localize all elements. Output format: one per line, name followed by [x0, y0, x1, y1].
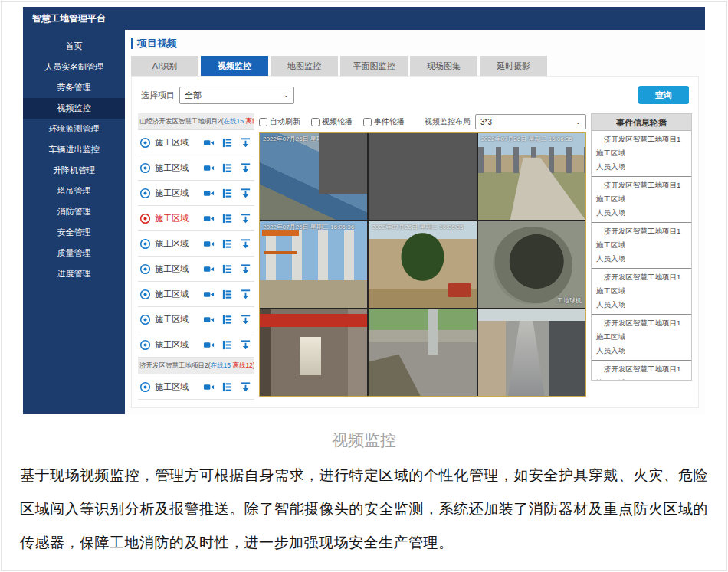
sidebar-item-11[interactable]: 进度管理 — [23, 263, 125, 284]
event-item[interactable]: 济开发区智慧工地项目1施工区域人员入场 — [592, 177, 691, 223]
tab-4[interactable]: 现场图集 — [410, 56, 477, 76]
download-icon[interactable] — [240, 381, 251, 393]
sidebar-item-1[interactable]: 人员实名制管理 — [23, 57, 125, 77]
sidebar-item-2[interactable]: 劳务管理 — [23, 77, 125, 98]
camera-list-panel: 山经济开发区智慧工地项目2(在线15 离线12)施工区域施工区域施工区域施工区域… — [138, 113, 254, 400]
video-cell-4[interactable]: 2022年07月26日 星期二 16:06:35 — [369, 221, 476, 308]
download-icon[interactable] — [240, 314, 251, 325]
carousel-checkbox-1[interactable]: 视频轮播 — [311, 116, 353, 127]
playback-control-icon[interactable] — [221, 381, 233, 393]
carousel-checkbox-0[interactable]: 自动刷新 — [259, 116, 300, 127]
download-icon[interactable] — [240, 339, 251, 351]
event-item[interactable]: 济开发区智慧工地项目1施工区域人员入场 — [592, 361, 691, 381]
camera-row[interactable]: 施工区域 — [138, 206, 254, 231]
camera-row[interactable]: 施工区域 — [138, 307, 254, 332]
layout-select[interactable]: 3*3 ⌄ — [475, 114, 586, 129]
live-video-icon[interactable] — [203, 263, 215, 275]
camera-row[interactable]: 施工区域 — [138, 257, 254, 282]
tab-5[interactable]: 延时摄影 — [480, 56, 547, 76]
live-video-icon[interactable] — [203, 381, 215, 393]
sidebar-item-4[interactable]: 环境监测管理 — [23, 119, 125, 139]
camera-actions — [203, 188, 251, 199]
download-icon[interactable] — [240, 238, 251, 250]
playback-control-icon[interactable] — [221, 188, 233, 199]
sidebar-item-0[interactable]: 首页 — [23, 36, 125, 57]
sidebar-item-6[interactable]: 升降机管理 — [23, 160, 125, 181]
tab-2[interactable]: 地图监控 — [271, 56, 338, 76]
video-cell-0[interactable]: 2022年07月26日 星期二 16:10:35 — [260, 133, 367, 220]
playback-control-icon[interactable] — [221, 289, 233, 300]
event-area: 施工区域 — [596, 240, 687, 250]
event-item[interactable]: 济开发区智慧工地项目1施工区域人员入场 — [592, 223, 691, 269]
camera-row[interactable]: 施工区域 — [138, 374, 254, 400]
video-cell-6[interactable] — [260, 309, 367, 396]
playback-control-icon[interactable] — [221, 314, 233, 325]
video-timestamp: 2022年07月26日 星期二 16:06:35 — [481, 135, 572, 143]
sidebar-item-3[interactable]: 视频监控 — [23, 98, 125, 119]
video-cell-3[interactable]: 2022年07月26日 星期二 16:06:36 — [260, 221, 367, 308]
download-icon[interactable] — [240, 137, 251, 149]
live-video-icon[interactable] — [203, 339, 215, 351]
camera-label: 施工区域 — [155, 188, 203, 199]
query-button[interactable]: 查询 — [638, 86, 689, 104]
event-item[interactable]: 济开发区智慧工地项目1施工区域人员入场 — [592, 269, 691, 315]
event-project-name: 济开发区智慧工地项目1 — [596, 181, 687, 191]
playback-control-icon[interactable] — [221, 238, 233, 250]
camera-actions — [203, 238, 251, 250]
video-cell-1[interactable] — [369, 133, 476, 220]
video-timestamp: 2022年07月26日 星期二 16:06:36 — [263, 223, 354, 231]
camera-actions — [203, 162, 251, 174]
live-video-icon[interactable] — [203, 314, 215, 325]
playback-control-icon[interactable] — [221, 162, 233, 174]
playback-control-icon[interactable] — [221, 137, 233, 149]
playback-control-icon[interactable] — [221, 213, 233, 224]
live-video-icon[interactable] — [203, 213, 215, 224]
app-title: 智慧工地管理平台 — [32, 13, 106, 24]
video-cell-5[interactable]: 工地球机 — [478, 221, 585, 308]
event-item[interactable]: 济开发区智慧工地项目1施工区域人员入场 — [592, 131, 691, 177]
camera-status-icon — [139, 339, 151, 351]
playback-control-icon[interactable] — [221, 339, 233, 351]
camera-label: 施工区域 — [155, 381, 203, 393]
events-list: 济开发区智慧工地项目1施工区域人员入场济开发区智慧工地项目1施工区域人员入场济开… — [592, 131, 691, 381]
checkbox-input-1[interactable] — [311, 118, 320, 126]
download-icon[interactable] — [240, 289, 251, 300]
download-icon[interactable] — [240, 213, 251, 224]
checkbox-input-2[interactable] — [363, 118, 372, 126]
camera-row[interactable]: 施工区域 — [138, 181, 254, 206]
camera-label: 施工区域 — [155, 314, 203, 325]
tab-0[interactable]: AI识别 — [131, 56, 198, 76]
live-video-icon[interactable] — [203, 162, 215, 174]
carousel-checkbox-2[interactable]: 事件轮播 — [363, 116, 405, 127]
live-video-icon[interactable] — [203, 289, 215, 300]
video-cell-2[interactable]: 2022年07月26日 星期二 16:06:35 — [478, 133, 585, 220]
sidebar-item-8[interactable]: 消防管理 — [23, 201, 125, 222]
playback-control-icon[interactable] — [221, 263, 233, 275]
camera-row[interactable]: 施工区域 — [138, 130, 254, 155]
offline-count: 离线12) — [245, 117, 254, 125]
event-item[interactable]: 济开发区智慧工地项目1施工区域人员入场 — [592, 315, 691, 361]
video-cell-8[interactable] — [478, 309, 585, 396]
live-video-icon[interactable] — [203, 137, 215, 149]
checkbox-input-0[interactable] — [259, 118, 267, 126]
tab-bar: AI识别视频监控地图监控平面图监控现场图集延时摄影 — [131, 56, 699, 76]
download-icon[interactable] — [240, 263, 251, 275]
camera-row[interactable]: 施工区域 — [138, 282, 254, 307]
project-select[interactable]: 全部 ⌄ — [179, 87, 294, 104]
sidebar-item-7[interactable]: 塔吊管理 — [23, 181, 125, 201]
camera-row[interactable]: 施工区域 — [138, 231, 254, 257]
camera-row[interactable]: 施工区域 — [138, 332, 254, 358]
live-video-icon[interactable] — [203, 238, 215, 250]
sidebar-item-9[interactable]: 安全管理 — [23, 222, 125, 243]
tab-1[interactable]: 视频监控 — [201, 56, 268, 76]
tab-3[interactable]: 平面图监控 — [340, 56, 408, 76]
video-cell-7[interactable] — [369, 309, 476, 396]
sidebar-item-10[interactable]: 质量管理 — [23, 243, 125, 263]
camera-row[interactable]: 施工区域 — [138, 155, 254, 181]
sidebar-item-5[interactable]: 车辆进出监控 — [23, 139, 125, 160]
event-type: 人员入场 — [596, 346, 687, 356]
download-icon[interactable] — [240, 162, 251, 174]
live-video-icon[interactable] — [203, 188, 215, 199]
download-icon[interactable] — [240, 188, 251, 199]
camera-group-title-0: 山经济开发区智慧工地项目2(在线15 离线12) — [138, 113, 254, 130]
